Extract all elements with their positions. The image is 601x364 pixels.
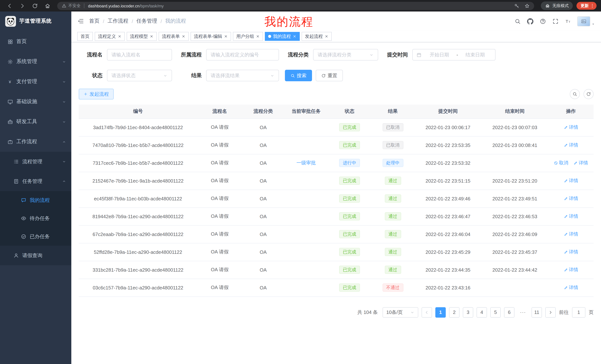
toggle-search-button[interactable] xyxy=(570,89,580,99)
page-button-4[interactable]: 4 xyxy=(477,307,487,317)
page-button-2[interactable]: 2 xyxy=(449,307,460,317)
breadcrumb-item[interactable]: 任务管理 xyxy=(137,18,157,25)
page-button-1[interactable]: 1 xyxy=(435,307,446,317)
page-content: 流程名请输入流程名所属流程请输入流程定义的编号流程分类请选择流程分类提交时间开始… xyxy=(71,42,601,364)
filter-item-submit-time: 提交时间开始日期-结束日期 xyxy=(384,49,496,60)
cell-status: 已完成 xyxy=(328,225,371,243)
cell-current-task xyxy=(284,243,328,261)
refresh-icon[interactable] xyxy=(32,3,38,9)
sidebar-item-leave-query[interactable]: 请假查询 xyxy=(0,246,71,265)
table-toolbar: 发起流程 xyxy=(79,89,594,99)
close-icon[interactable] xyxy=(293,35,296,38)
result-tag: 通过 xyxy=(385,230,401,238)
home-browser-icon[interactable] xyxy=(45,3,50,9)
tab-label: 流程表单 xyxy=(162,33,180,39)
filter-daterange-submit-time[interactable]: 开始日期-结束日期 xyxy=(412,49,496,60)
tab-process-model[interactable]: 流程模型 xyxy=(127,32,157,41)
github-button[interactable] xyxy=(527,18,533,24)
search-button[interactable] xyxy=(514,18,521,24)
close-icon[interactable] xyxy=(182,35,185,38)
close-icon[interactable] xyxy=(256,35,260,38)
cancel-link[interactable]: 取消 xyxy=(554,160,568,166)
page-button-5[interactable]: 5 xyxy=(490,307,501,317)
back-icon[interactable] xyxy=(7,3,13,9)
font-size-button[interactable]: TT xyxy=(565,18,571,24)
search-button[interactable]: 搜索 xyxy=(285,70,312,81)
cell-end-time xyxy=(481,279,548,297)
user-avatar[interactable] xyxy=(577,16,595,26)
cell-end-time: 2022-01-22 23:49:51 xyxy=(481,190,548,207)
active-tab-dot xyxy=(268,35,271,38)
page-size-select[interactable]: 10条/页 xyxy=(383,307,418,317)
reset-button[interactable]: 重置 xyxy=(316,70,343,81)
refresh-table-button[interactable] xyxy=(583,89,594,99)
tab-process-form-edit[interactable]: 流程表单-编辑 xyxy=(190,32,231,41)
detail-link[interactable]: 详情 xyxy=(564,142,578,148)
update-button[interactable]: 更新 xyxy=(576,2,597,10)
cell-id: 03c6c157-7b9a-11ec-a290-acde48001122 xyxy=(79,279,197,297)
page-button-6[interactable]: 6 xyxy=(504,307,514,317)
address-bar[interactable]: 不安全 dashboard.yudao.iocoder.cn /bpm/task… xyxy=(57,2,534,10)
close-icon[interactable] xyxy=(118,35,121,38)
page-button-11[interactable]: 11 xyxy=(531,307,542,317)
detail-link[interactable]: 详情 xyxy=(564,124,578,130)
current-task-link[interactable]: 一级审批 xyxy=(296,160,316,165)
sidebar-item-payment[interactable]: ¥支付管理 xyxy=(0,72,71,92)
fullscreen-button[interactable] xyxy=(552,18,559,24)
docs-button[interactable] xyxy=(540,18,546,24)
filter-select-status[interactable]: 请选择状态 xyxy=(107,70,172,81)
detail-link[interactable]: 详情 xyxy=(564,284,578,291)
app-logo[interactable]: 芋道管理系统 xyxy=(0,11,71,31)
sidebar-item-system[interactable]: 系统管理 xyxy=(0,52,71,72)
cell-result: 已取消 xyxy=(371,136,415,154)
hamburger-icon[interactable] xyxy=(77,18,84,25)
cell-process-name: OA 请假 xyxy=(197,118,242,136)
sidebar-item-devtools[interactable]: 研发工具 xyxy=(0,112,71,132)
tab-home[interactable]: 首页 xyxy=(77,32,93,41)
column-header: 当前审批任务 xyxy=(284,105,328,118)
start-process-button[interactable]: 发起流程 xyxy=(79,89,114,99)
detail-link[interactable]: 详情 xyxy=(564,231,578,237)
cell-id: 2152467e-7b9b-11ec-9a1b-acde48001122 xyxy=(79,172,197,190)
cell-id: 7317cec6-7b9b-11ec-b5b7-acde48001122 xyxy=(79,154,197,172)
close-icon[interactable] xyxy=(224,35,228,38)
browser-menu-icon[interactable] xyxy=(590,3,595,8)
sidebar-item-task-management[interactable]: 任务管理 xyxy=(0,172,71,191)
filter-input-process-name[interactable]: 请输入流程名 xyxy=(107,49,172,60)
detail-link[interactable]: 详情 xyxy=(564,213,578,220)
detail-link[interactable]: 详情 xyxy=(573,160,588,166)
forward-icon[interactable] xyxy=(19,3,25,9)
detail-link[interactable]: 详情 xyxy=(564,195,578,202)
tab-process-definition[interactable]: 流程定义 xyxy=(95,32,125,41)
tab-start-process[interactable]: 发起流程 xyxy=(302,32,332,41)
tab-my-process[interactable]: 我的流程 xyxy=(265,32,300,41)
sidebar-item-workflow[interactable]: 工作流程 xyxy=(0,132,71,152)
tab-user-group[interactable]: 用户分组 xyxy=(233,32,263,41)
next-page-button[interactable] xyxy=(545,307,556,317)
detail-link[interactable]: 详情 xyxy=(564,249,578,255)
table-row: 331bc281-7b9a-11ec-a290-acde48001122 OA … xyxy=(79,261,594,279)
sidebar-item-done-tasks[interactable]: 已办任务 xyxy=(0,228,71,246)
bookmark-star-icon[interactable] xyxy=(524,3,530,8)
detail-link[interactable]: 详情 xyxy=(564,267,578,273)
sidebar-item-process-management[interactable]: 流程管理 xyxy=(0,152,71,172)
goto-page-input[interactable]: 1 xyxy=(572,307,585,317)
prev-page-button[interactable] xyxy=(421,307,432,317)
sidebar-item-my-process[interactable]: 我的流程 xyxy=(0,191,71,209)
key-icon[interactable] xyxy=(514,3,519,8)
detail-link[interactable]: 详情 xyxy=(564,178,578,184)
breadcrumb-item[interactable]: 首页 xyxy=(89,18,100,25)
sidebar-item-todo-tasks[interactable]: 待办任务 xyxy=(0,209,71,228)
sidebar-item-home[interactable]: 首页 xyxy=(0,31,71,52)
table-tools xyxy=(570,89,594,99)
breadcrumb-item[interactable]: 工作流程 xyxy=(108,18,128,25)
pager-ellipsis[interactable]: ··· xyxy=(518,307,528,317)
filter-select-process-category[interactable]: 请选择流程分类 xyxy=(313,49,378,60)
close-icon[interactable] xyxy=(325,35,328,38)
filter-input-process-definition[interactable]: 请输入流程定义的编号 xyxy=(206,49,279,60)
close-icon[interactable] xyxy=(150,35,153,38)
filter-select-result[interactable]: 请选择流结果 xyxy=(206,70,279,81)
page-button-3[interactable]: 3 xyxy=(463,307,473,317)
tab-process-form[interactable]: 流程表单 xyxy=(159,32,189,41)
sidebar-item-infra[interactable]: 基础设施 xyxy=(0,92,71,112)
